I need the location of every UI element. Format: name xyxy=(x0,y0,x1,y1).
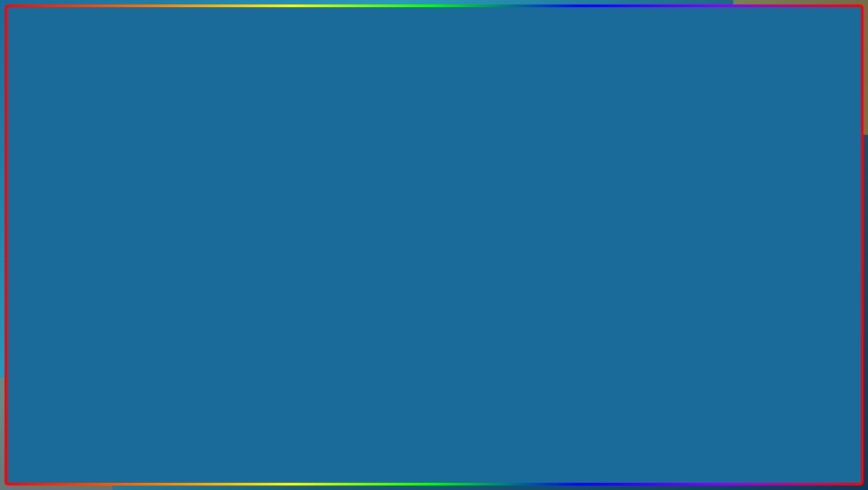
weapon-dropdown[interactable]: Melee ▼ xyxy=(89,189,250,202)
sidebar-item-devil-fruit[interactable]: Devil Fruit xyxy=(35,245,84,258)
left-panel-credit: Script By : faifao xyxy=(35,275,84,286)
auto-buy-chip-row: Auto Buy Chip xyxy=(676,195,837,206)
right-sidebar-item-setting[interactable]: Setting xyxy=(622,182,671,195)
auto-awake-label: Auto Awake xyxy=(676,249,705,256)
right-sidebar-item-autofarm[interactable]: AutoFarm xyxy=(622,169,671,182)
right-sidebar-item-raid[interactable]: Raid xyxy=(622,232,671,245)
cube-2 xyxy=(485,325,555,394)
auto-next-island-toggle[interactable] xyxy=(828,222,837,231)
right-panel: Qwerty hub • Raid — × AutoFarm Setting S… xyxy=(621,153,843,278)
electric-glow xyxy=(347,328,383,364)
right-panel-minimize-button[interactable]: — xyxy=(823,156,830,163)
auto-buy-chip-label: Auto Buy Chip xyxy=(676,197,711,204)
left-panel: Qwerty hub • AutoFarm × AutoFarm Setting… xyxy=(34,153,256,291)
kill-aura-label: Kill Aura xyxy=(676,236,696,243)
kill-aura-toggle[interactable] xyxy=(828,235,837,244)
auto-awake-toggle[interactable] xyxy=(828,248,837,257)
auto-bone-label: Auto Bone xyxy=(89,248,115,254)
auto-nearest-mob-row: Auto Nearest Mob xyxy=(89,226,250,236)
divider-weapon: -------------Select Weapon----------- xyxy=(89,172,250,178)
right-panel-content: Chip List Dough ▼ Auto Buy Chip Auto Sta… xyxy=(671,166,842,277)
auto-buy-chip-toggle[interactable] xyxy=(828,196,837,205)
divider-autofarm: -------------AutoFarm----------- xyxy=(89,205,250,210)
right-panel-tab-active: Raid xyxy=(662,156,674,163)
bottom-text-container: AUTO FARM SCRIPT PASTEBIN xyxy=(36,415,649,472)
auto-farm-level-toggle[interactable] xyxy=(241,214,250,223)
sidebar-item-shop[interactable]: Shop xyxy=(35,258,84,270)
sidebar-item-teleport[interactable]: Teleport xyxy=(35,220,84,232)
left-panel-brand: Qwerty hub xyxy=(39,156,67,163)
auto-random-bone-label: Auto Random Bone xyxy=(89,258,137,265)
logo-skull-circle: ☠ xyxy=(742,436,782,477)
auto-bone-row: Auto Bone xyxy=(89,247,250,255)
right-sidebar-item-combat[interactable]: Combat xyxy=(622,207,671,220)
blox-fruits-logo: ☠ BLOX FRUITS xyxy=(742,436,832,477)
left-panel-sidebar: AutoFarm Setting Stats Combat Teleport R… xyxy=(35,166,84,290)
right-panel-brand-area: Qwerty hub • Raid xyxy=(626,156,674,163)
left-panel-brand-area: Qwerty hub • AutoFarm xyxy=(39,156,101,163)
sidebar-item-raid[interactable]: Raid xyxy=(35,232,84,245)
auto-start-raid-toggle[interactable] xyxy=(828,209,837,218)
logo-text-block: BLOX FRUITS xyxy=(787,443,832,469)
auto-awake-row: Auto Awake xyxy=(676,247,837,258)
logo-inner: ☠ BLOX FRUITS xyxy=(742,436,832,477)
auto-next-island-row: Auto Next Island xyxy=(676,221,837,232)
right-sidebar-item-stats[interactable]: Stats xyxy=(622,195,671,207)
chip-list-label: Chip List xyxy=(676,171,837,178)
logo-fruits-label: FRUITS xyxy=(787,455,832,469)
right-panel-close-button[interactable]: × xyxy=(832,156,838,163)
logo-blox-label: BLOX xyxy=(787,443,832,455)
weapon-list-label: Weapon List xyxy=(89,180,250,187)
auto-nearest-mob-toggle[interactable] xyxy=(241,227,250,236)
auto-farm-level-label: Auto Farm Level xyxy=(89,215,129,221)
weapon-dropdown-value: Melee xyxy=(94,192,110,199)
left-panel-close-button[interactable]: × xyxy=(245,156,251,163)
right-panel-controls: — × xyxy=(823,156,838,163)
auto-next-island-label: Auto Next Island xyxy=(676,223,716,230)
right-panel-sidebar: AutoFarm Setting Stats Combat Teleport R… xyxy=(622,166,671,277)
left-panel-body: AutoFarm Setting Stats Combat Teleport R… xyxy=(35,166,255,290)
right-panel-credit: Script By : faifao xyxy=(622,262,671,274)
right-panel-body: AutoFarm Setting Stats Combat Teleport R… xyxy=(622,166,842,277)
right-panel-titlebar: Qwerty hub • Raid — × xyxy=(622,154,842,166)
divider-bones: -------------Bones----------- xyxy=(89,239,250,245)
auto-start-raid-label: Auto Start Raid xyxy=(676,210,713,217)
script-pastebin-text: SCRIPT PASTEBIN xyxy=(354,432,649,468)
sidebar-item-setting[interactable]: Setting xyxy=(35,182,84,195)
left-panel-content: -------------Select Weapon----------- We… xyxy=(84,166,255,290)
skull-icon: ☠ xyxy=(753,445,771,468)
sidebar-item-autofarm[interactable]: AutoFarm xyxy=(35,169,84,182)
right-panel-brand: Qwerty hub xyxy=(626,156,653,163)
auto-nearest-mob-label: Auto Nearest Mob xyxy=(89,228,133,234)
dough-dropdown-value: Dough xyxy=(681,183,698,190)
dough-dropdown-arrow: ▼ xyxy=(827,183,832,190)
auto-farm-text: AUTO FARM xyxy=(36,415,345,472)
main-title: BLOX FRUITS xyxy=(0,13,868,96)
auto-farm-level-row: Auto Farm Level xyxy=(89,213,250,223)
left-panel-tab-active: AutoFarm xyxy=(76,156,101,163)
weapon-dropdown-arrow: ▼ xyxy=(240,192,245,199)
auto-random-bone-row: Auto Random Bone xyxy=(89,258,250,266)
right-sidebar-item-teleport[interactable]: Teleport xyxy=(622,220,671,232)
dough-dropdown[interactable]: Dough ▼ xyxy=(676,180,837,193)
title-container: BLOX FRUITS xyxy=(0,13,868,96)
left-panel-titlebar: Qwerty hub • AutoFarm × xyxy=(35,154,255,166)
right-sidebar-item-devil-fruit[interactable]: Devil Fruit xyxy=(622,245,671,258)
kill-aura-row: Kill Aura xyxy=(676,234,837,245)
sidebar-item-stats[interactable]: Stats xyxy=(35,195,84,207)
sidebar-item-combat[interactable]: Combat xyxy=(35,207,84,220)
auto-start-raid-row: Auto Start Raid xyxy=(676,208,837,219)
